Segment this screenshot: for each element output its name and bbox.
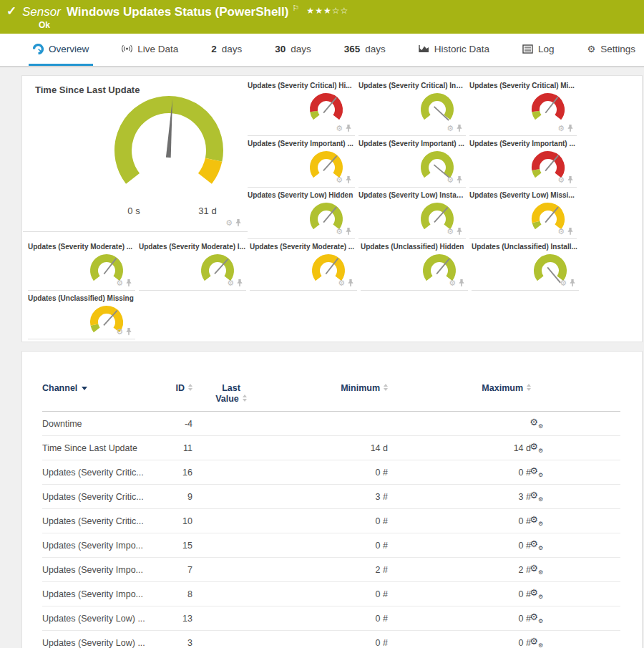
tab-365-days[interactable]: 365 days [340,34,390,66]
pin-icon[interactable] [236,279,243,287]
minimum-value: 0 # [270,516,388,526]
tab-log[interactable]: Log [518,34,559,66]
gauge-card[interactable]: Updates (Severity Critical) Ins... ⚙ [358,78,466,136]
pin-icon[interactable] [456,227,463,236]
tab-2-days[interactable]: 2 days [207,34,246,66]
gauge-settings-gear-icon[interactable]: ⚙ [336,125,343,132]
tab-30-days[interactable]: 30 days [270,34,316,66]
gauge-card[interactable]: Updates (Severity Moderate) ... ⚙ [28,239,135,291]
column-header-maximum[interactable]: Maximum [388,383,531,394]
pin-icon[interactable] [347,279,354,287]
gauge-card[interactable]: Updates (Unclassified) Missing ⚙ [28,291,135,339]
gauge-card[interactable]: Updates (Unclassified) Install... ⚙ [472,239,579,291]
gauge-settings-gear-icon[interactable]: ⚙ [447,176,454,184]
table-row[interactable]: Updates (Severity Impo...150 #0 #⚙⚙ [42,533,620,558]
gauge-card[interactable]: Updates (Severity Moderate) ... ⚙ [250,239,357,291]
column-header-id[interactable]: ID [151,383,192,394]
gauge-min-label: 0 s [115,205,152,216]
gauge-settings-gear-icon[interactable]: ⚙ [447,228,454,236]
table-row[interactable]: Updates (Severity Critic...100 #0 #⚙⚙ [42,509,620,533]
star-empty-icon[interactable]: ☆ [332,6,341,16]
tab-label: Overview [49,44,89,54]
maximum-value: 0 # [388,541,531,551]
gauge-settings-gear-icon[interactable]: ⚙ [336,176,343,184]
gauge-settings-gear-icon[interactable]: ⚙ [116,279,123,287]
gauge-settings-gear-icon[interactable]: ⚙ [447,125,454,132]
maximum-value: 0 # [388,614,531,624]
column-header-minimum[interactable]: Minimum [270,383,388,394]
gauge-card[interactable]: Updates (Severity Important) ... ⚙ [358,136,466,188]
gauge-card[interactable]: Updates (Severity Low) Missi... ⚙ [469,188,577,239]
star-rating[interactable]: ★★★☆☆ [306,6,348,16]
gauge-settings-gear-icon[interactable]: ⚙ [557,228,565,236]
table-row[interactable]: Updates (Severity Low) ...30 #0 #⚙⚙ [42,631,620,648]
gauge-card[interactable]: Updates (Severity Low) Hidden ⚙ [248,188,355,239]
pin-icon[interactable] [345,175,352,184]
pin-icon[interactable] [458,279,465,287]
pin-icon[interactable] [569,279,576,287]
star-filled-icon[interactable]: ★ [315,6,323,16]
gauge-card-time-since-last-update[interactable]: Time Since Last Update 0 s 31 d ⚙ [23,76,248,232]
table-row[interactable]: Updates (Severity Impo...80 #0 #⚙⚙ [42,582,620,606]
pin-icon[interactable] [125,327,132,336]
sensor-title-line: SensorWindows Updates Status (PowerShell… [22,4,348,19]
chevron-down-icon [82,387,87,390]
star-empty-icon[interactable]: ☆ [340,6,348,16]
minimum-value: 0 # [270,614,388,624]
gauge-title: Updates (Severity Important) ... [469,140,576,148]
minimum-value: 2 # [270,565,388,575]
priority-flag-icon: ⚐ [292,4,299,12]
table-row[interactable]: Time Since Last Update1114 d14 d⚙⚙ [42,436,620,460]
channel-name: Updates (Severity Impo... [42,565,151,575]
channel-name: Updates (Severity Impo... [42,589,151,599]
pin-icon[interactable] [567,227,574,236]
tab-number: 2 [211,44,217,54]
table-row[interactable]: Updates (Severity Low) ...130 #0 #⚙⚙ [42,606,620,631]
gauge-settings-gear-icon[interactable]: ⚙ [116,328,123,336]
pin-icon[interactable] [235,218,242,227]
gauge-card[interactable]: Updates (Unclassified) Hidden ⚙ [361,239,468,291]
gauge-card[interactable]: Updates (Severity Critical) Mi... ⚙ [469,78,577,136]
gauge-card[interactable]: Updates (Severity Important) ... ⚙ [248,136,355,188]
pin-icon[interactable] [345,227,352,236]
column-header-channel[interactable]: Channel [42,383,151,394]
maximum-value: 0 # [388,589,531,599]
tab-number: 365 [344,44,361,54]
gauge-settings-gear-icon[interactable]: ⚙ [336,228,343,236]
channel-name: Updates (Severity Critic... [42,492,151,502]
tab-overview[interactable]: Overview [29,34,93,66]
pin-icon[interactable] [456,124,463,132]
tab-live-data[interactable]: Live Data [117,34,182,66]
gauge-card[interactable]: Updates (Severity Moderate) I... ⚙ [139,239,246,291]
gauge-settings-gear-icon[interactable]: ⚙ [338,279,345,287]
gauge-card[interactable]: Updates (Severity Important) ... ⚙ [469,136,577,188]
star-filled-icon[interactable]: ★ [306,6,315,16]
gauge-settings-gear-icon[interactable]: ⚙ [227,279,234,287]
table-row[interactable]: Updates (Severity Impo...72 #2 #⚙⚙ [42,558,620,582]
pin-icon[interactable] [567,175,574,184]
gauge-settings-gear-icon[interactable]: ⚙ [557,176,565,184]
maximum-value: 3 # [388,492,531,502]
table-row[interactable]: Downtime-4⚙⚙ [42,412,620,436]
gauge-settings-gear-icon[interactable]: ⚙ [225,219,233,227]
pin-icon[interactable] [456,175,463,184]
gauge-max-label: 31 d [189,205,226,216]
gauge-settings-gear-icon[interactable]: ⚙ [449,279,456,287]
pin-icon[interactable] [345,124,352,132]
table-row[interactable]: Updates (Severity Critic...160 #0 #⚙⚙ [42,460,620,485]
tab-settings[interactable]: ⚙ Settings [582,34,639,66]
gauge-card[interactable]: Updates (Severity Low) Install... ⚙ [358,188,466,239]
tab-label: days [365,44,386,54]
pin-icon[interactable] [125,279,132,287]
pin-icon[interactable] [567,124,574,132]
tab-historic-data[interactable]: Historic Data [414,34,494,66]
star-filled-icon[interactable]: ★ [323,6,332,16]
column-header-last-value[interactable]: LastValue [192,383,270,405]
gauge-card[interactable]: Updates (Severity Critical) Hi... ⚙ [248,78,355,136]
gauge-settings-gear-icon[interactable]: ⚙ [560,279,567,287]
status-badge: Ok [39,20,50,30]
table-row[interactable]: Updates (Severity Critic...93 #3 #⚙⚙ [42,485,620,509]
time-since-last-update-gauge [108,95,230,202]
gauge-settings-gear-icon[interactable]: ⚙ [557,125,565,132]
minimum-value: 0 # [270,638,388,648]
